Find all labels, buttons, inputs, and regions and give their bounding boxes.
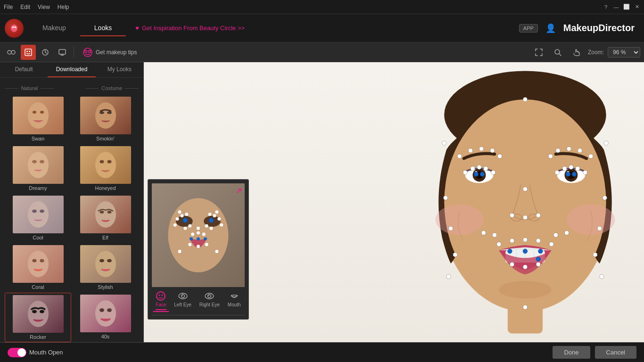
look-honeyed-label: Honeyed [95,185,116,191]
menu-help[interactable]: Help [58,4,69,10]
look-cool[interactable]: Cool [5,194,71,242]
mini-panel: ↗ Face Left Eye Right Eye [148,179,249,320]
look-elf-thumb [80,196,131,233]
zoom-select[interactable]: 96 % 50 % 75 % 100 % 125 % [608,47,640,58]
app-tabs: Makeup Looks [28,20,126,36]
mini-corner-arrow[interactable]: ↗ [236,186,242,195]
toolbar-group-btn[interactable] [4,45,19,60]
done-button[interactable]: Done [553,346,590,359]
window-controls: ? — ⬜ ✕ [603,4,640,10]
look-dreamy-label: Dreamy [29,185,47,191]
menu-file[interactable]: File [4,4,13,10]
svg-point-47 [436,205,484,235]
user-icon[interactable]: 👤 [545,23,556,33]
look-coral[interactable]: Coral [5,243,71,292]
toolbar-face-btn[interactable] [21,45,36,60]
look-rocker[interactable]: Rocker [5,293,71,342]
look-swan[interactable]: Swan [5,95,71,143]
menu-view[interactable]: View [38,4,50,10]
bottom-actions: Done Cancel [553,346,636,359]
cancel-button[interactable]: Cancel [595,346,636,359]
svg-point-121 [209,218,214,223]
look-dreamy[interactable]: Dreamy [5,144,71,193]
svg-point-14 [33,111,36,114]
svg-rect-8 [59,49,66,54]
zoom-label: Zoom: [588,49,604,56]
look-coral-thumb [13,245,64,283]
help-btn[interactable]: ? [603,4,609,10]
toolbar-history-btn[interactable] [38,45,53,60]
tab-looks[interactable]: Looks [80,20,126,36]
close-btn[interactable]: ✕ [634,4,640,10]
tab-makeup[interactable]: Makeup [28,20,80,36]
look-honeyed[interactable]: Honeyed [72,144,139,193]
mini-tab-left-eye[interactable]: Left Eye [171,290,194,312]
svg-point-126 [181,214,184,217]
svg-point-3 [11,50,15,54]
toggle-knob [17,348,26,357]
svg-point-18 [107,111,112,114]
mouth-open-toggle[interactable] [8,348,26,357]
search-btn[interactable] [550,45,565,60]
mini-tab-face-label: Face [156,302,166,307]
look-smokin-label: Smokin' [96,136,115,141]
toolbar-right: Zoom: 96 % 50 % 75 % 100 % 125 % [531,45,640,60]
svg-point-125 [176,217,179,221]
svg-point-31 [28,251,49,277]
svg-point-155 [208,295,211,298]
svg-point-148 [157,292,165,300]
svg-point-130 [213,214,216,217]
svg-point-17 [99,111,104,114]
svg-point-30 [107,211,111,214]
svg-point-21 [40,160,44,164]
beauty-banner[interactable]: ♥ Get Inspiration From Beauty Circle >> [126,25,519,32]
maximize-btn[interactable]: ⬜ [623,4,630,10]
sidebar-tab-default[interactable]: Default [0,62,48,77]
sidebar-tab-downloaded[interactable]: Downloaded [48,62,95,77]
mini-tab-right-eye[interactable]: Right Eye [197,290,223,312]
svg-point-13 [28,102,49,129]
fullscreen-btn[interactable] [531,45,546,60]
look-cool-label: Cool [33,235,43,240]
toggle-label: Mouth Open [29,349,63,356]
category-natural: Natural Costume [5,82,139,94]
menu-bar: File Edit View Help [4,4,69,10]
svg-point-33 [40,259,44,263]
look-40s[interactable]: 40s [72,293,139,342]
svg-point-15 [40,111,44,114]
svg-point-152 [181,295,184,298]
mini-tab-face[interactable]: Face [153,290,169,312]
sidebar-tab-mylooks[interactable]: My Looks [96,62,143,77]
makeup-tips-label: Get makeup tips [96,49,137,56]
svg-point-39 [40,310,44,313]
svg-point-129 [173,223,177,227]
sidebar-tabs: Default Downloaded My Looks [0,62,143,78]
look-dreamy-thumb [13,146,64,184]
svg-point-28 [95,201,116,228]
app-badge[interactable]: APP [519,24,538,33]
look-elf[interactable]: Elf [72,194,139,242]
category-natural-label: Natural [21,85,38,91]
minimize-btn[interactable]: — [613,4,619,10]
main-layout: Default Downloaded My Looks Natural Cost… [0,62,644,342]
svg-point-40 [95,300,116,327]
svg-point-25 [28,201,49,228]
svg-point-42 [107,308,112,312]
svg-point-146 [178,250,182,253]
svg-point-138 [183,227,187,230]
looks-grid: Natural Costume Swan Smokin' [0,78,143,342]
menu-edit[interactable]: Edit [20,4,30,10]
look-stylish[interactable]: Stylish [72,243,139,292]
toolbar-screen-btn[interactable] [55,45,70,60]
toolbar-divider [74,47,74,58]
look-swan-thumb [13,97,64,134]
app-right: APP 👤 MakeupDirector [519,23,644,33]
makeup-tips-btn[interactable]: Get makeup tips [78,45,141,59]
mini-tab-mouth[interactable]: Mouth [225,290,244,312]
hand-btn[interactable] [569,45,584,60]
look-smokin[interactable]: Smokin' [72,95,139,143]
category-costume-label: Costume [101,85,122,91]
svg-point-141 [202,233,206,236]
sidebar: Default Downloaded My Looks Natural Cost… [0,62,144,342]
svg-point-134 [220,223,223,227]
